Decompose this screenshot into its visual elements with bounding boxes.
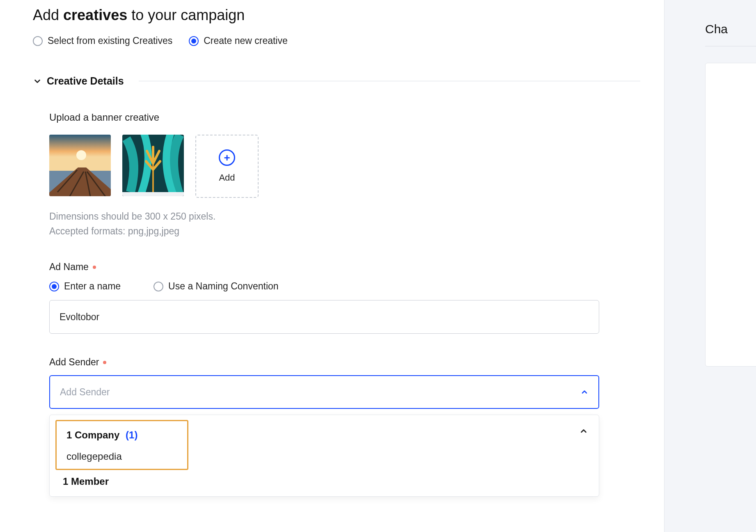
- group-title: 1 Company: [66, 429, 119, 440]
- right-side-panel: Cha: [680, 0, 756, 532]
- ad-name-mode-radio-group: Enter a name Use a Naming Convention: [49, 281, 603, 292]
- title-bold: creatives: [63, 7, 127, 23]
- radio-icon: [189, 36, 199, 46]
- upload-hint: Dimensions should be 300 x 250 pixels. A…: [49, 209, 603, 238]
- radio-create-new[interactable]: Create new creative: [189, 35, 288, 46]
- radio-icon: [33, 36, 43, 46]
- ad-name-label: Ad Name: [49, 261, 603, 273]
- creative-thumbnail-2[interactable]: [122, 135, 184, 196]
- title-prefix: Add: [33, 7, 63, 23]
- creative-details-section-toggle[interactable]: Creative Details: [33, 75, 640, 87]
- chevron-up-icon: [580, 388, 589, 396]
- sender-option-collegepedia[interactable]: collegepedia: [63, 443, 181, 464]
- add-sender-select[interactable]: Add Sender: [49, 375, 599, 409]
- page-title: Add creatives to your campaign: [33, 7, 640, 24]
- radio-icon: [153, 282, 163, 291]
- radio-select-existing[interactable]: Select from existing Creatives: [33, 35, 172, 46]
- hint-line-2: Accepted formats: png,jpg,jpeg: [49, 224, 603, 239]
- radio-label: Use a Naming Convention: [168, 281, 278, 292]
- creative-thumbnails: + Add: [49, 135, 603, 198]
- add-sender-label: Add Sender: [49, 357, 603, 368]
- right-panel-title: Cha: [705, 22, 756, 46]
- sender-company-highlight: 1 Company (1) collegepedia: [55, 420, 188, 470]
- radio-label: Select from existing Creatives: [48, 35, 172, 46]
- svg-rect-9: [122, 192, 184, 196]
- radio-naming-convention[interactable]: Use a Naming Convention: [153, 281, 278, 292]
- sender-dropdown-panel: 1 Company (1) collegepedia 1 Member: [49, 415, 599, 497]
- right-panel-card: [705, 63, 756, 367]
- creative-source-radio-group: Select from existing Creatives Create ne…: [33, 35, 640, 46]
- svg-point-1: [76, 150, 86, 160]
- add-creative-button[interactable]: + Add: [195, 135, 259, 198]
- group-count: (1): [126, 429, 137, 440]
- title-suffix: to your campaign: [127, 7, 245, 23]
- radio-icon: [49, 282, 59, 291]
- radio-label: Create new creative: [204, 35, 288, 46]
- add-label: Add: [219, 172, 235, 183]
- hint-line-1: Dimensions should be 300 x 250 pixels.: [49, 209, 603, 224]
- ad-name-input[interactable]: [49, 300, 599, 334]
- plus-circle-icon: +: [219, 149, 235, 166]
- upload-label: Upload a banner creative: [49, 112, 603, 123]
- sender-group-company[interactable]: 1 Company (1): [63, 427, 181, 443]
- divider: [139, 81, 640, 81]
- radio-label: Enter a name: [64, 281, 121, 292]
- sender-group-member[interactable]: 1 Member: [55, 470, 593, 488]
- chevron-down-icon: [33, 77, 42, 86]
- required-indicator-icon: [93, 266, 96, 269]
- select-placeholder: Add Sender: [60, 387, 110, 398]
- creative-thumbnail-1[interactable]: [49, 135, 111, 196]
- right-gutter: [664, 0, 680, 532]
- radio-enter-name[interactable]: Enter a name: [49, 281, 121, 292]
- section-title: Creative Details: [47, 75, 124, 87]
- chevron-up-icon[interactable]: [579, 420, 593, 438]
- required-indicator-icon: [103, 361, 106, 364]
